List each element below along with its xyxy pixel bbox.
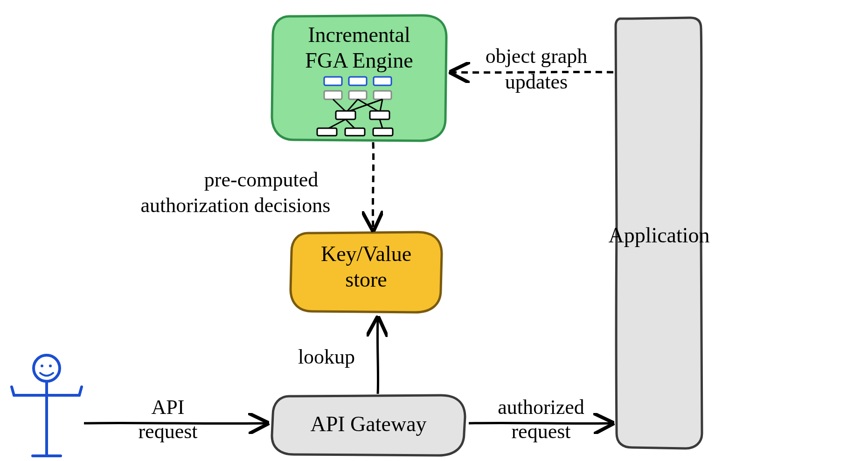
kv-store-node: Key/Value store (291, 232, 442, 312)
svg-rect-2 (374, 77, 391, 85)
edge-authorized-request: authorized request (469, 396, 611, 443)
svg-rect-3 (324, 91, 342, 99)
svg-line-25 (79, 387, 82, 395)
svg-line-24 (12, 387, 14, 395)
api-gateway-node: API Gateway (272, 395, 465, 455)
edge-lookup: lookup (298, 319, 378, 394)
svg-point-19 (34, 355, 60, 381)
svg-rect-4 (349, 91, 367, 99)
edge-precomputed-label-2: authorization decisions (141, 194, 331, 217)
application-label: Application (608, 223, 709, 247)
architecture-diagram: Application Incremental FGA Engine (0, 0, 868, 461)
edge-precomputed: pre-computed authorization decisions (141, 142, 374, 228)
svg-rect-0 (324, 77, 342, 85)
fga-engine-node: Incremental FGA Engine (272, 15, 446, 141)
kv-store-label-2: store (345, 268, 387, 291)
edge-api-request: API request (84, 396, 266, 443)
svg-rect-11 (336, 111, 355, 119)
svg-rect-1 (349, 77, 367, 85)
edge-authorized-label-1: authorized (498, 396, 584, 419)
api-gateway-label: API Gateway (310, 412, 426, 436)
svg-point-21 (49, 365, 52, 367)
edge-object-graph-updates: object graph updates (452, 45, 613, 93)
edge-object-graph-label-2: updates (505, 70, 568, 93)
application-node: Application (608, 18, 709, 448)
svg-rect-18 (373, 128, 393, 136)
edge-object-graph-label-1: object graph (486, 45, 588, 68)
svg-rect-12 (370, 111, 389, 119)
fga-engine-label-1: Incremental (308, 23, 410, 47)
svg-point-20 (41, 365, 43, 367)
fga-engine-label-2: FGA Engine (305, 48, 413, 72)
user-icon (12, 355, 82, 456)
edge-authorized-label-2: request (511, 420, 570, 443)
edge-precomputed-label-1: pre-computed (204, 168, 318, 191)
svg-rect-17 (345, 128, 365, 136)
edge-lookup-label: lookup (298, 345, 355, 368)
kv-store-label-1: Key/Value (321, 242, 411, 266)
svg-rect-16 (317, 128, 337, 136)
svg-rect-5 (374, 91, 391, 99)
edge-api-request-label-2: request (138, 420, 197, 443)
edge-api-request-label-1: API (152, 396, 185, 419)
